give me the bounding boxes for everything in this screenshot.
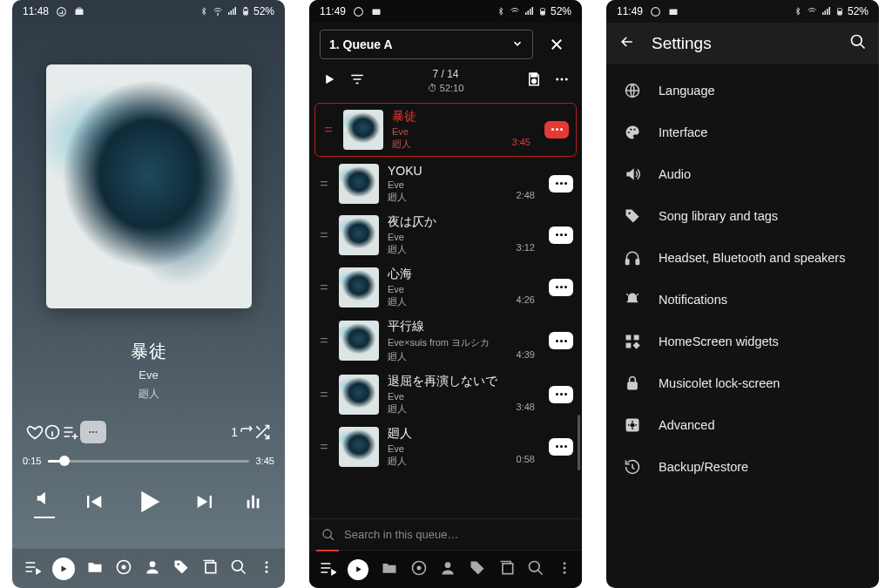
queue-item[interactable]: = 暴徒 Eve 廻人 3:45 [314, 103, 577, 157]
drag-handle-icon[interactable]: = [318, 387, 330, 402]
track-more-button[interactable] [549, 175, 573, 193]
settings-row-restore[interactable]: Backup/Restore [606, 446, 879, 488]
svg-point-47 [564, 566, 566, 569]
nav-overflow-icon[interactable] [557, 559, 572, 580]
track-artist: Eve [388, 284, 498, 294]
settings-row-widgets[interactable]: HomeScreen widgets [606, 321, 879, 362]
back-button[interactable] [618, 33, 636, 54]
widgets-icon [624, 333, 641, 350]
nav-tags-icon[interactable] [172, 558, 190, 579]
queue-save-button[interactable] [526, 71, 542, 90]
settings-row-headset[interactable]: Headset, Bluetooth and speakers [606, 237, 879, 279]
nav-tags-icon[interactable] [469, 559, 486, 580]
track-more-button[interactable] [549, 332, 573, 349]
track-art [339, 267, 379, 308]
info-icon[interactable] [44, 423, 61, 441]
track-more-button[interactable] [544, 121, 569, 139]
queue-item[interactable]: = 退屈を再演しないで Eve 廻人 3:48 [309, 368, 582, 421]
svg-point-3 [217, 15, 218, 16]
nav-artists-icon[interactable] [439, 559, 456, 580]
track-duration: 3:45 [503, 137, 530, 147]
bell-icon [624, 291, 641, 308]
bluetooth-icon [497, 6, 505, 17]
queue-overflow-button[interactable] [554, 71, 570, 90]
nav-search-icon[interactable] [527, 559, 544, 580]
track-more-button[interactable] [549, 386, 573, 403]
svg-point-27 [355, 7, 363, 16]
queue-item[interactable]: = YOKU Eve 廻人 2:48 [309, 159, 582, 209]
track-more-button[interactable] [549, 226, 573, 244]
status-bar: 11:49 52% [606, 0, 879, 23]
more-button[interactable] [80, 421, 106, 443]
svg-rect-17 [257, 498, 260, 508]
nav-nowplaying-icon[interactable] [348, 559, 368, 580]
settings-row-tag[interactable]: Song library and tags [606, 195, 879, 237]
drag-handle-icon[interactable]: = [322, 122, 334, 138]
drag-handle-icon[interactable]: = [318, 280, 330, 295]
queue-search[interactable]: Search in this queue… [309, 518, 582, 550]
svg-rect-44 [503, 564, 513, 574]
nav-folders-icon[interactable] [86, 558, 104, 579]
svg-point-43 [445, 562, 451, 568]
settings-row-lock[interactable]: Musicolet lock-screen [606, 362, 879, 404]
nav-folders-icon[interactable] [381, 559, 398, 580]
svg-rect-30 [527, 10, 529, 15]
previous-button[interactable] [81, 490, 105, 517]
nav-playlists-icon[interactable] [498, 559, 516, 580]
signal-icon [821, 6, 832, 17]
queue-item[interactable]: = 心海 Eve 廻人 4:26 [309, 261, 582, 314]
svg-point-37 [556, 78, 558, 81]
svg-rect-7 [234, 7, 236, 15]
queue-item[interactable]: = 夜は仄か Eve 廻人 3:12 [309, 209, 582, 261]
nav-artists-icon[interactable] [144, 558, 161, 579]
nav-queue-icon[interactable] [24, 558, 41, 579]
close-queue-button[interactable] [542, 30, 571, 59]
settings-row-globe[interactable]: Language [606, 70, 879, 112]
track-more-button[interactable] [549, 279, 573, 296]
nav-search-icon[interactable] [230, 558, 247, 579]
queue-dropdown[interactable]: 1. Queue A [320, 30, 533, 59]
nav-queue-icon[interactable] [319, 559, 336, 580]
settings-title: Settings [652, 34, 834, 53]
queue-list[interactable]: = 暴徒 Eve 廻人 3:45 = YOKU Eve 廻人 2:48 = 夜は… [309, 101, 582, 518]
svg-point-42 [417, 566, 420, 569]
settings-row-gear[interactable]: Advanced [606, 404, 879, 446]
nav-albums-icon[interactable] [115, 558, 132, 579]
settings-row-volume[interactable]: Audio [606, 153, 879, 195]
track-album[interactable]: 廻人 [12, 387, 285, 402]
favorite-icon[interactable] [26, 423, 44, 441]
nav-nowplaying-icon[interactable] [52, 558, 75, 580]
album-art[interactable] [46, 64, 252, 308]
seek-bar[interactable] [48, 460, 248, 463]
svg-point-19 [122, 565, 125, 568]
track-artist[interactable]: Eve [12, 368, 285, 382]
shuffle-icon[interactable] [253, 423, 271, 441]
queue-play-button[interactable] [321, 71, 337, 90]
add-to-queue-icon[interactable] [61, 423, 80, 441]
equalizer-button[interactable] [244, 492, 263, 515]
settings-search-button[interactable] [849, 33, 867, 54]
play-button[interactable] [131, 483, 167, 524]
status-bar: 11:49 52% [309, 0, 582, 23]
drag-handle-icon[interactable]: = [318, 333, 330, 348]
settings-row-palette[interactable]: Interface [606, 112, 879, 153]
next-button[interactable] [193, 490, 218, 517]
settings-row-bell[interactable]: Notifications [606, 279, 879, 321]
repeat-one-button[interactable]: 1 [231, 425, 253, 439]
battery-icon [835, 5, 844, 17]
queue-item[interactable]: = 平行線 Eve×suis from ヨルシカ 廻人 4:39 [309, 314, 582, 368]
volume-button[interactable] [34, 489, 55, 518]
drag-handle-icon[interactable]: = [318, 176, 330, 192]
track-more-button[interactable] [549, 438, 573, 456]
track-title[interactable]: 暴徒 [12, 340, 285, 363]
nav-overflow-icon[interactable] [259, 558, 274, 579]
queue-sort-button[interactable] [349, 71, 365, 90]
drag-handle-icon[interactable]: = [318, 227, 330, 243]
drag-handle-icon[interactable]: = [318, 439, 330, 455]
settings-row-label: Interface [659, 125, 707, 139]
svg-rect-4 [228, 12, 230, 15]
nav-albums-icon[interactable] [410, 559, 428, 580]
track-artist: Eve [388, 232, 498, 242]
nav-playlists-icon[interactable] [201, 558, 219, 579]
queue-item[interactable]: = 廻人 Eve 廻人 0:58 [309, 421, 582, 473]
